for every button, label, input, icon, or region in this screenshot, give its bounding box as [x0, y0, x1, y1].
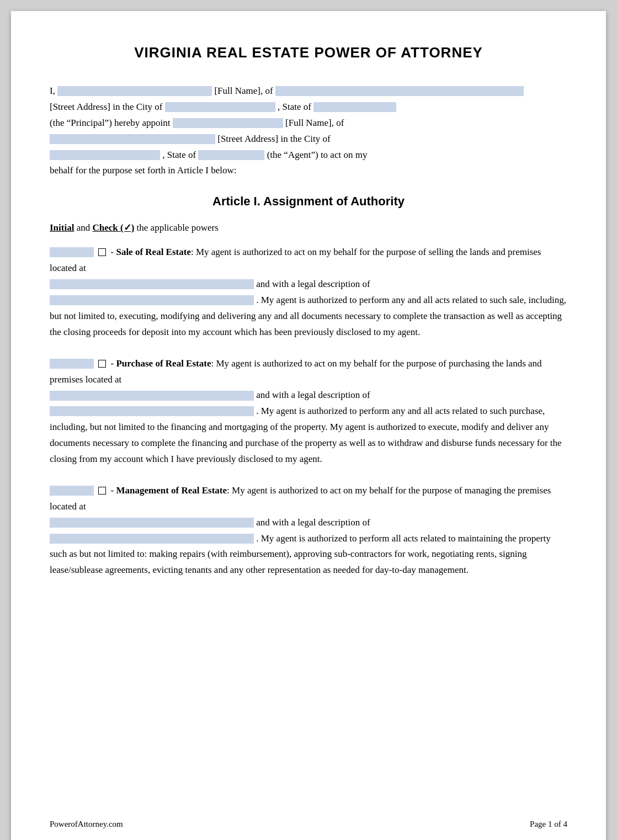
management-address-field[interactable]: [50, 518, 254, 528]
sale-legal-desc-1: and with a legal description of: [256, 279, 370, 289]
and-text: and: [77, 222, 93, 233]
principal-name-field[interactable]: [57, 86, 212, 96]
management-initial-field[interactable]: [50, 486, 94, 496]
purchase-checkbox[interactable]: [98, 360, 106, 368]
initial-label: Initial: [50, 222, 74, 233]
principal-address-field[interactable]: [275, 86, 524, 96]
state-of-label-1: , State of: [278, 102, 313, 112]
check-suffix: the applicable powers: [137, 222, 219, 233]
purchase-legal-field[interactable]: [50, 406, 254, 416]
principal-city-field[interactable]: [165, 102, 275, 112]
full-name-label-2: [Full Name], of: [285, 118, 344, 128]
page-footer: PowerofAttorney.com Page 1 of 4: [50, 820, 567, 829]
state-of-label-2: , State of: [162, 150, 198, 160]
agent-name-field[interactable]: [173, 118, 283, 128]
sale-dash: - Sale of Real Estate: My agent is autho…: [50, 247, 541, 273]
intro-paragraph: I, [Full Name], of [Street Address] in t…: [50, 83, 567, 179]
sale-initial-field[interactable]: [50, 247, 94, 257]
management-dash: - Management of Real Estate: My agent is…: [50, 485, 551, 512]
document-page: VIRGINIA REAL ESTATE POWER OF ATTORNEY I…: [11, 11, 606, 840]
initial-check-instruction: Initial and Check (✓) the applicable pow…: [50, 222, 567, 233]
management-legal-field[interactable]: [50, 534, 254, 544]
power-sale: - Sale of Real Estate: My agent is autho…: [50, 244, 567, 340]
sale-checkbox[interactable]: [98, 248, 106, 256]
agent-state-field[interactable]: [198, 150, 264, 160]
principal-label: (the “Principal”) hereby appoint: [50, 118, 173, 128]
document-title: VIRGINIA REAL ESTATE POWER OF ATTORNEY: [50, 44, 567, 61]
agent-city-field[interactable]: [50, 150, 160, 160]
behalf-text: behalf for the purpose set forth in Arti…: [50, 165, 236, 176]
sale-legal-field[interactable]: [50, 295, 254, 305]
agent-label: (the “Agent”) to act on my: [267, 150, 368, 160]
i-label: I,: [50, 86, 55, 96]
check-label: Check (✓): [92, 222, 134, 233]
sale-address-field[interactable]: [50, 279, 254, 289]
purchase-dash: - Purchase of Real Estate: My agent is a…: [50, 358, 542, 385]
purchase-legal-desc-1: and with a legal description of: [256, 390, 370, 400]
purchase-initial-field[interactable]: [50, 359, 94, 369]
power-purchase: - Purchase of Real Estate: My agent is a…: [50, 356, 567, 467]
full-name-label-1: [Full Name], of: [214, 86, 275, 96]
street-address-label-1: [Street Address] in the City of: [50, 102, 165, 112]
article-1-title: Article I. Assignment of Authority: [50, 194, 567, 209]
agent-address-field[interactable]: [50, 134, 215, 144]
footer-website: PowerofAttorney.com: [50, 820, 123, 829]
power-management: - Management of Real Estate: My agent is…: [50, 483, 567, 578]
footer-page: Page 1 of 4: [530, 820, 567, 829]
purchase-address-field[interactable]: [50, 391, 254, 401]
principal-state-field[interactable]: [313, 102, 396, 112]
street-address-label-2: [Street Address] in the City of: [217, 134, 330, 144]
management-legal-desc-1: and with a legal description of: [256, 517, 370, 528]
management-checkbox[interactable]: [98, 487, 106, 495]
